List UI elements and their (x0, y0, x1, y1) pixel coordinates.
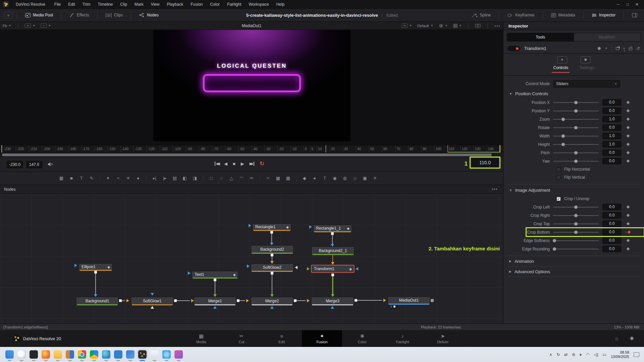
param-value-field[interactable]: 0.0 (602, 124, 621, 131)
param-value-field[interactable]: 0.0 (602, 149, 621, 156)
camera3d-icon[interactable]: ▣ (361, 174, 369, 182)
param-value-field[interactable]: 0.0 (602, 99, 621, 106)
param-slider[interactable] (553, 102, 599, 103)
ball3d-icon[interactable]: ◍ (340, 174, 349, 182)
node-graph[interactable]: Ellipse1◈Text1◈Rectangle1◈Rectangle1_1◈B… (0, 194, 503, 323)
lut-dropdown[interactable]: Default ▼ (415, 24, 436, 28)
keyframe-icon[interactable] (626, 222, 630, 226)
slider-thumb[interactable] (553, 247, 556, 251)
sparkle-icon[interactable]: ✦ (104, 174, 112, 182)
slider-thumb[interactable] (561, 118, 565, 121)
subtab-controls[interactable]: Controls (552, 65, 570, 73)
mic-icon[interactable]: ♦ (580, 352, 582, 357)
rect-mask-icon[interactable]: □ (207, 174, 216, 182)
light3d-icon[interactable]: ☀ (371, 174, 379, 182)
taskbar-start-icon[interactable] (5, 350, 14, 359)
close-icon[interactable]: ✕ (635, 2, 639, 7)
controls-tab-icon[interactable]: ✦ (557, 56, 567, 63)
glow-icon[interactable]: ☀ (124, 174, 132, 182)
media-out-icon[interactable]: |▸ (160, 174, 169, 182)
tab-tools[interactable]: Tools (507, 33, 574, 41)
generator-icon[interactable]: ▦ (57, 174, 66, 182)
split-h-icon[interactable]: ◧ (180, 174, 189, 182)
merge3d-icon[interactable]: ◇ (351, 174, 359, 182)
param-slider[interactable] (553, 215, 599, 216)
range-end-field[interactable]: 147.0 (26, 161, 42, 168)
taskbar-explorer-icon[interactable] (54, 350, 62, 359)
keyframe-icon[interactable] (626, 101, 630, 104)
keyframe-icon[interactable] (626, 160, 630, 163)
param-value-field[interactable]: 0.0 (602, 229, 621, 235)
param-value-field[interactable]: 0.0 (602, 212, 621, 219)
scrollbar-thumb[interactable] (2, 154, 492, 156)
menu-edit[interactable]: Edit (64, 0, 79, 9)
maximize-icon[interactable]: □ (625, 2, 630, 7)
param-value-field[interactable]: 0.0 (602, 158, 621, 164)
page-tab-fusion[interactable]: ✦Fusion (302, 330, 342, 347)
node-merge3[interactable]: Merge3 (311, 297, 354, 305)
node-color-dot-icon[interactable] (598, 47, 601, 50)
param-slider[interactable] (553, 224, 599, 224)
keyframe-icon[interactable] (626, 143, 630, 146)
menu-fusion[interactable]: Fusion (187, 0, 206, 9)
slider-thumb[interactable] (561, 134, 565, 138)
menu-timeline[interactable]: Timeline (94, 0, 116, 9)
settings-tab-icon[interactable]: ✱ (581, 56, 591, 63)
flip-vertical-checkbox[interactable] (556, 175, 561, 180)
range-start-field[interactable]: -230.0 (7, 161, 23, 168)
sync-icon[interactable]: ↻ (556, 352, 560, 357)
keyframes-button[interactable]: Keyframes (503, 13, 538, 17)
menu-help[interactable]: Help (272, 0, 288, 9)
menu-workspace[interactable]: Workspace (245, 0, 273, 9)
slider-thumb[interactable] (574, 231, 578, 234)
polygon-mask-icon[interactable]: △ (227, 174, 236, 182)
volume-icon[interactable]: ◁) (594, 352, 598, 357)
spline-button[interactable]: Spline (468, 13, 495, 17)
battery-icon[interactable]: ▭ (603, 352, 606, 357)
taskbar-firefox-icon[interactable] (42, 350, 50, 359)
taskbar-notepad-icon[interactable] (150, 350, 159, 359)
nodes-panel-menu-button[interactable]: ••• (491, 187, 503, 192)
bspline-mask-icon[interactable]: ◠ (237, 174, 246, 182)
step-back-button[interactable]: ◀ (224, 161, 227, 166)
taskbar-drive-icon[interactable] (90, 350, 98, 359)
levels-icon[interactable]: ılı (572, 352, 575, 357)
draw-mask-icon[interactable]: ✑ (247, 174, 256, 182)
lock-icon[interactable] (629, 48, 632, 50)
media-in-icon[interactable]: ▸| (150, 174, 159, 182)
node-rectangle1_1[interactable]: Rectangle1_1◈ (313, 225, 352, 232)
pin-icon[interactable] (623, 48, 625, 49)
panel-layout-button[interactable] (628, 13, 641, 17)
clips-button[interactable]: Clips (102, 13, 127, 17)
param-value-field[interactable]: 0.0 (602, 204, 621, 210)
keyframe-icon[interactable] (626, 205, 630, 209)
taskbar-clock[interactable]: 08.58 13/09/2025 (611, 350, 629, 359)
dual-viewer-button[interactable] (473, 24, 483, 27)
keyframe-icon-active[interactable] (628, 231, 631, 234)
param-slider[interactable] (553, 153, 599, 153)
tray-expand-icon[interactable]: ∧ (549, 352, 552, 357)
inspector-button[interactable]: Inspector (588, 13, 620, 17)
node-background2_1[interactable]: Background2_1 (312, 247, 354, 254)
param-value-field[interactable]: 1.0 (602, 141, 621, 147)
param-slider[interactable] (553, 232, 599, 233)
taskbar-creative-app-icon[interactable] (174, 350, 183, 359)
param-slider[interactable] (553, 207, 599, 207)
keyframe-icon[interactable] (626, 214, 630, 217)
slider-thumb[interactable] (574, 160, 578, 163)
node-enable-toggle[interactable] (507, 46, 520, 51)
viewer-options-button[interactable]: ••• (492, 24, 503, 28)
flip-horizontal-checkbox[interactable] (556, 167, 561, 172)
keyframe-icon[interactable] (626, 151, 630, 155)
timeline-ruler[interactable]: -230-220-210-200-190-180-170-160-150-140… (0, 145, 503, 153)
current-frame-field[interactable]: 110.0 (472, 159, 498, 167)
param-value-field[interactable]: 1.0 (602, 133, 621, 139)
noise-icon[interactable]: ▩ (274, 174, 282, 182)
slider-thumb[interactable] (574, 151, 578, 155)
taskbar-chrome-icon[interactable] (78, 350, 86, 359)
node-text1[interactable]: Text1◈ (192, 271, 238, 278)
slider-thumb[interactable] (574, 214, 578, 217)
keyframe-icon[interactable] (626, 239, 630, 242)
keyframe-icon[interactable] (626, 134, 630, 138)
crop-uncrop-checkbox[interactable]: ✓ (556, 197, 561, 201)
